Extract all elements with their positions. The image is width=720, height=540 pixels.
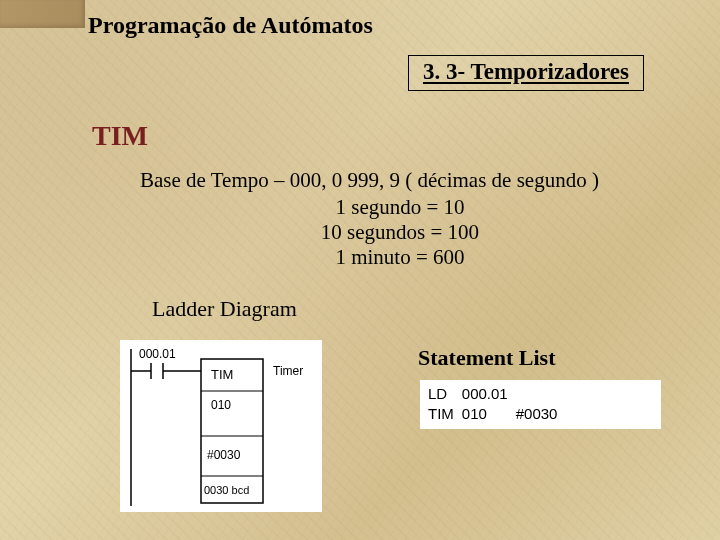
table-row: LD 000.01 <box>428 384 565 404</box>
statement-list-label: Statement List <box>418 345 555 371</box>
ladder-annotation: Timer <box>273 364 303 378</box>
ladder-block-title: TIM <box>211 367 233 382</box>
stlist-cell: LD <box>428 384 462 404</box>
page-title: Programação de Autómatos <box>88 12 373 39</box>
ladder-block-row1: 010 <box>211 398 231 412</box>
stlist-cell: 000.01 <box>462 384 516 404</box>
stlist-cell: #0030 <box>516 404 566 424</box>
ladder-block-row2: #0030 <box>207 448 241 462</box>
slide: Programação de Autómatos 3. 3- Temporiza… <box>0 0 720 540</box>
section-subtitle: 3. 3- Temporizadores <box>423 59 629 84</box>
statement-list-table: LD 000.01 TIM 010 #0030 <box>428 384 565 423</box>
timebase-line4: 1 minuto = 600 <box>140 245 660 270</box>
table-row: TIM 010 #0030 <box>428 404 565 424</box>
stlist-cell: TIM <box>428 404 462 424</box>
ladder-diagram-svg: 000.01 TIM 010 #0030 0030 bcd Timer <box>121 341 321 511</box>
statement-list: LD 000.01 TIM 010 #0030 <box>420 380 661 429</box>
section-subtitle-box: 3. 3- Temporizadores <box>408 55 644 91</box>
timebase-line1: Base de Tempo – 000, 0 999, 9 ( décimas … <box>140 168 660 193</box>
corner-decoration <box>0 0 85 28</box>
timebase-block: Base de Tempo – 000, 0 999, 9 ( décimas … <box>140 168 660 270</box>
ladder-diagram: 000.01 TIM 010 #0030 0030 bcd Timer <box>120 340 322 512</box>
timebase-line2: 1 segundo = 10 <box>140 195 660 220</box>
stlist-cell: 010 <box>462 404 516 424</box>
ladder-diagram-label: Ladder Diagram <box>152 296 297 322</box>
ladder-block-row3: 0030 bcd <box>204 484 249 496</box>
ladder-contact-label: 000.01 <box>139 347 176 361</box>
instruction-mnemonic: TIM <box>92 120 148 152</box>
timebase-line3: 10 segundos = 100 <box>140 220 660 245</box>
stlist-cell <box>516 384 566 404</box>
